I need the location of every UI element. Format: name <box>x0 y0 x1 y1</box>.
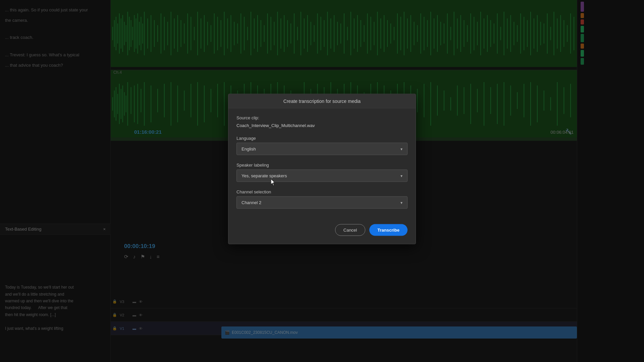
transcription-dialog: Create transcription for source media So… <box>228 94 416 244</box>
channel-selection-label: Channel selection <box>236 189 408 194</box>
speaker-labeling-label: Speaker labeling <box>236 163 408 168</box>
speaker-labeling-group: Speaker labeling Yes, separate speakers … <box>236 163 408 182</box>
dialog-title-bar: Create transcription for source media <box>228 94 416 109</box>
channel-selection-chevron-icon: ▾ <box>400 200 402 205</box>
channel-selection-group: Channel selection Channel 2 ▾ <box>236 189 408 209</box>
speaker-labeling-dropdown[interactable]: Yes, separate speakers ▾ <box>236 170 408 182</box>
language-chevron-icon: ▾ <box>400 146 402 151</box>
dialog-body: Source clip: Coach_Interview_Clip_Multic… <box>228 109 416 224</box>
dialog-title: Create transcription for source media <box>283 99 361 104</box>
channel-selection-dropdown[interactable]: Channel 2 ▾ <box>236 196 408 209</box>
language-label: Language <box>236 136 408 141</box>
source-clip-group: Source clip: Coach_Interview_Clip_Multic… <box>236 115 408 128</box>
source-clip-label: Source clip: <box>236 115 408 120</box>
speaker-labeling-chevron-icon: ▾ <box>400 173 402 178</box>
language-value: English <box>241 146 256 152</box>
speaker-labeling-value: Yes, separate speakers <box>241 173 287 178</box>
dialog-footer: Cancel Transcribe <box>228 224 416 244</box>
transcribe-button[interactable]: Transcribe <box>369 224 408 236</box>
channel-selection-value: Channel 2 <box>241 200 261 205</box>
cancel-button[interactable]: Cancel <box>335 224 365 236</box>
language-group: Language English ▾ <box>236 136 408 155</box>
source-clip-name: Coach_Interview_Clip_Multichannel.wav <box>236 123 315 128</box>
language-dropdown[interactable]: English ▾ <box>236 143 408 155</box>
